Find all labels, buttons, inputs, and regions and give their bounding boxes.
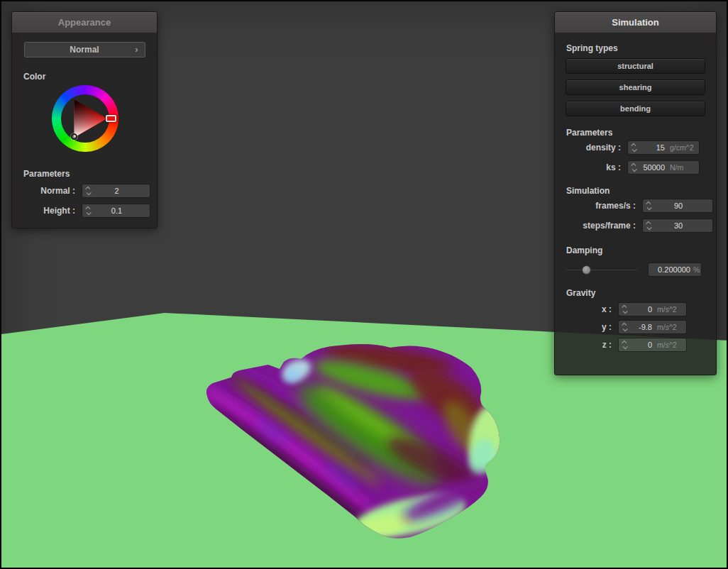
gravity-x-value: 0	[630, 305, 653, 314]
normal-value: 2	[94, 187, 150, 195]
stepper-down-icon[interactable]	[632, 147, 636, 152]
steps-label: steps/frame :	[566, 221, 642, 231]
height-value: 0.1	[94, 206, 150, 215]
stepper-down-icon[interactable]	[86, 210, 91, 215]
gravity-z-stepper[interactable]	[619, 338, 630, 351]
frames-value: 90	[654, 201, 712, 210]
gravity-y-stepper[interactable]	[619, 321, 630, 333]
spring-types-label: Spring types	[566, 43, 705, 53]
simulation-parameters-label: Parameters	[566, 128, 705, 138]
ks-stepper[interactable]	[628, 161, 639, 174]
normal-field[interactable]: 2	[82, 184, 150, 198]
density-stepper[interactable]	[628, 141, 639, 154]
damping-row: 0.200000 %	[566, 263, 705, 277]
damping-slider[interactable]	[566, 263, 637, 277]
stepper-down-icon[interactable]	[86, 190, 91, 195]
gravity-y-value: -9.8	[630, 323, 653, 331]
height-stepper[interactable]	[82, 204, 94, 217]
simulation-panel: Simulation Spring types structural shear…	[554, 11, 717, 375]
density-label: density :	[566, 143, 627, 153]
appearance-title: Appearance	[58, 17, 111, 28]
ks-unit: N/m	[666, 163, 699, 172]
cloth-mesh	[200, 341, 512, 546]
normal-label: Normal :	[23, 186, 82, 196]
bending-button[interactable]: bending	[566, 101, 705, 116]
gravity-z-row: z : 0 m/s^2	[555, 338, 716, 352]
frames-row: frames/s : 90	[555, 199, 716, 213]
height-field[interactable]: 0.1	[82, 204, 150, 218]
gravity-z-label: z :	[566, 340, 618, 350]
steps-stepper[interactable]	[643, 219, 654, 232]
ks-label: ks :	[566, 162, 627, 172]
gravity-y-label: y :	[566, 322, 618, 332]
appearance-panel-header[interactable]: Appearance	[12, 12, 157, 33]
ks-field[interactable]: 50000 N/m	[627, 160, 700, 175]
stepper-down-icon[interactable]	[632, 167, 636, 172]
normal-stepper[interactable]	[82, 184, 94, 197]
appearance-panel: Appearance Normal › Color Parameters	[11, 11, 158, 228]
density-unit: g/cm^2	[666, 143, 699, 152]
frames-field[interactable]: 90	[642, 199, 713, 213]
simulation-panel-header[interactable]: Simulation	[555, 12, 716, 33]
stepper-down-icon[interactable]	[622, 344, 627, 349]
density-field[interactable]: 15 g/cm^2	[627, 140, 700, 155]
damping-label: Damping	[566, 245, 705, 255]
gravity-label: Gravity	[566, 288, 705, 298]
gravity-y-row: y : -9.8 m/s^2	[555, 320, 716, 334]
damping-value-field[interactable]: 0.200000 %	[648, 263, 702, 277]
stepper-down-icon[interactable]	[646, 225, 651, 230]
simulation-section-label: Simulation	[566, 186, 705, 196]
frames-stepper[interactable]	[643, 199, 654, 212]
damping-unit: %	[691, 265, 701, 274]
gravity-z-unit: m/s^2	[653, 341, 686, 349]
gravity-z-field[interactable]: 0 m/s^2	[618, 338, 687, 352]
gravity-x-label: x :	[566, 304, 618, 314]
chevron-right-icon: ›	[135, 44, 138, 55]
structural-button[interactable]: structural	[566, 58, 705, 74]
gravity-x-row: x : 0 m/s^2	[555, 302, 716, 316]
steps-value: 30	[654, 221, 712, 230]
density-row: density : 15 g/cm^2	[555, 140, 716, 155]
display-mode-dropdown[interactable]: Normal ›	[24, 42, 145, 57]
gravity-y-unit: m/s^2	[653, 323, 686, 331]
app-window: { "appearance": { "title": "Appearance",…	[0, 0, 728, 569]
density-value: 15	[639, 143, 666, 152]
ks-row: ks : 50000 N/m	[555, 160, 716, 175]
gravity-x-stepper[interactable]	[619, 303, 630, 316]
color-section-label: Color	[23, 72, 145, 82]
simulation-title: Simulation	[612, 17, 658, 28]
gravity-z-value: 0	[630, 341, 653, 349]
frames-label: frames/s :	[566, 201, 642, 211]
appearance-parameters-label: Parameters	[23, 169, 145, 179]
saturation-value-marker[interactable]	[71, 133, 77, 140]
damping-slider-handle[interactable]	[582, 265, 591, 275]
shearing-button[interactable]: shearing	[566, 79, 705, 95]
damping-value: 0.200000	[649, 265, 691, 274]
color-wheel[interactable]	[52, 85, 118, 152]
normal-row: Normal : 2	[12, 184, 157, 198]
hue-marker[interactable]	[106, 115, 116, 122]
stepper-down-icon[interactable]	[622, 309, 627, 314]
steps-field[interactable]: 30	[642, 219, 713, 233]
display-mode-value: Normal	[70, 45, 99, 55]
saturation-value-triangle[interactable]	[62, 95, 109, 142]
ks-value: 50000	[639, 163, 666, 172]
steps-row: steps/frame : 30	[555, 219, 716, 233]
height-row: Height : 0.1	[12, 204, 157, 218]
gravity-x-unit: m/s^2	[653, 305, 686, 314]
stepper-down-icon[interactable]	[646, 205, 651, 210]
gravity-y-field[interactable]: -9.8 m/s^2	[618, 320, 687, 334]
stepper-down-icon[interactable]	[622, 326, 627, 331]
height-label: Height :	[23, 206, 82, 216]
damping-slider-track[interactable]	[566, 269, 637, 270]
gravity-x-field[interactable]: 0 m/s^2	[618, 302, 687, 316]
